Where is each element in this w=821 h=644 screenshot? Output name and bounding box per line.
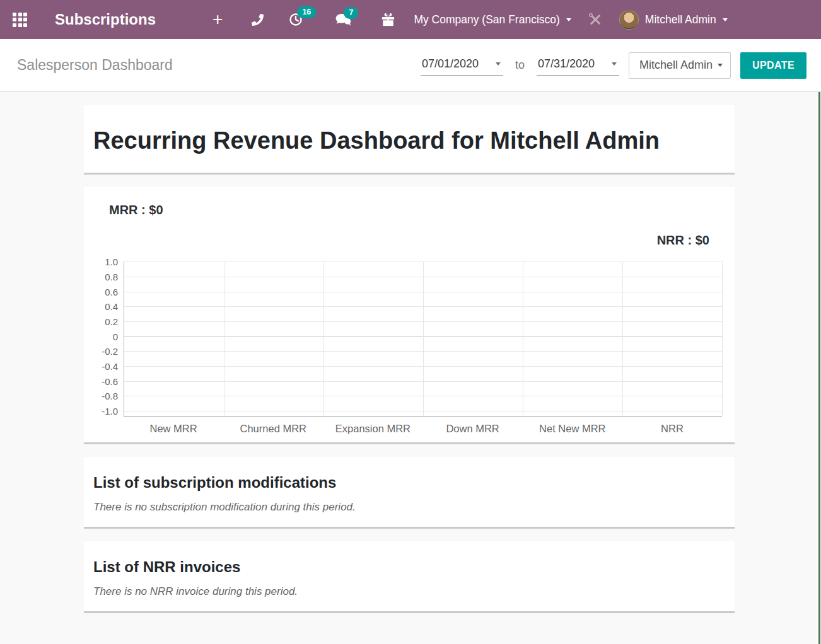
x-axis-label: Down MRR	[423, 423, 523, 435]
tools-icon[interactable]	[588, 12, 603, 27]
chevron-down-icon	[566, 18, 571, 21]
y-tick-label: -1.0	[102, 406, 118, 417]
quick-create-button[interactable]: +	[213, 11, 223, 28]
empty-message: There is no subscription modification du…	[93, 501, 725, 514]
x-axis-label: Churned MRR	[223, 423, 323, 435]
y-tick-label: 0	[113, 331, 118, 342]
user-name: Mitchell Admin	[645, 13, 716, 26]
user-avatar[interactable]	[619, 10, 639, 30]
section-title: List of NRR invoices	[93, 558, 725, 576]
user-menu[interactable]: Mitchell Admin	[645, 13, 728, 26]
breadcrumb-title: Salesperson Dashboard	[17, 57, 173, 74]
chevron-down-icon[interactable]	[612, 62, 617, 66]
y-tick-label: 0.4	[105, 301, 118, 312]
section-title: List of subscription modifications	[93, 474, 725, 492]
y-tick-label: 0.8	[105, 271, 118, 282]
y-tick-label: -0.2	[102, 346, 118, 357]
app-title[interactable]: Subscriptions	[55, 11, 156, 28]
empty-message: There is no NRR invoice during this peri…	[93, 585, 725, 598]
company-switcher[interactable]: My Company (San Francisco)	[414, 13, 571, 26]
messages-count-badge: 7	[344, 7, 358, 19]
subscription-modifications-section: List of subscription modifications There…	[84, 457, 735, 529]
chevron-down-icon	[723, 18, 728, 21]
gift-icon[interactable]	[381, 13, 395, 26]
phone-icon[interactable]	[252, 14, 264, 26]
date-range-to-label: to	[515, 59, 525, 72]
revenue-chart: 1.00.80.60.40.20-0.2-0.4-0.6-0.8-1.0 New…	[84, 262, 735, 435]
salesperson-select[interactable]: Mitchell Admin	[629, 52, 731, 79]
mrr-total-label: MRR : $0	[84, 203, 735, 217]
top-navbar: Subscriptions + 16 7	[0, 0, 821, 39]
date-to-field[interactable]	[537, 55, 619, 76]
chart-plot-area	[124, 262, 722, 417]
y-tick-label: 0.2	[105, 316, 118, 326]
x-axis-label: Expansion MRR	[323, 423, 422, 435]
y-axis: 1.00.80.60.40.20-0.2-0.4-0.6-0.8-1.0	[84, 262, 124, 411]
nrr-total-label: NRR : $0	[84, 233, 735, 248]
y-tick-label: -0.4	[102, 361, 118, 372]
activities-menu[interactable]: 16	[289, 13, 303, 26]
nrr-invoices-section: List of NRR invoices There is no NRR inv…	[84, 541, 735, 613]
date-to-input[interactable]	[538, 57, 603, 71]
apps-menu-icon[interactable]	[13, 13, 27, 27]
dashboard-heading: Recurring Revenue Dashboard for Mitchell…	[93, 124, 705, 158]
x-axis-label: Net New MRR	[523, 423, 622, 435]
dashboard-content: Recurring Revenue Dashboard for Mitchell…	[0, 92, 821, 644]
messages-menu[interactable]: 7	[335, 13, 351, 26]
date-from-input[interactable]	[422, 57, 487, 71]
control-panel: Salesperson Dashboard to Mitchell Admin …	[0, 39, 821, 92]
x-axis: New MRRChurned MRRExpansion MRRDown MRRN…	[124, 423, 722, 435]
y-tick-label: -0.8	[102, 391, 118, 401]
chevron-down-icon[interactable]	[496, 62, 501, 66]
update-button[interactable]: UPDATE	[740, 52, 806, 79]
dashboard-heading-card: Recurring Revenue Dashboard for Mitchell…	[84, 105, 735, 175]
revenue-chart-card: MRR : $0 NRR : $0 1.00.80.60.40.20-0.2-0…	[84, 187, 735, 444]
chevron-down-icon	[718, 64, 723, 67]
x-axis-label: New MRR	[124, 423, 223, 435]
date-from-field[interactable]	[421, 55, 503, 76]
y-tick-label: 0.6	[105, 286, 118, 297]
y-tick-label: 1.0	[105, 256, 118, 267]
x-axis-label: NRR	[622, 423, 722, 435]
y-tick-label: -0.6	[102, 376, 118, 386]
salesperson-selected-value: Mitchell Admin	[639, 59, 713, 72]
company-name: My Company (San Francisco)	[414, 13, 559, 26]
content-edge-line	[818, 92, 820, 644]
activities-count-badge: 16	[297, 6, 316, 18]
